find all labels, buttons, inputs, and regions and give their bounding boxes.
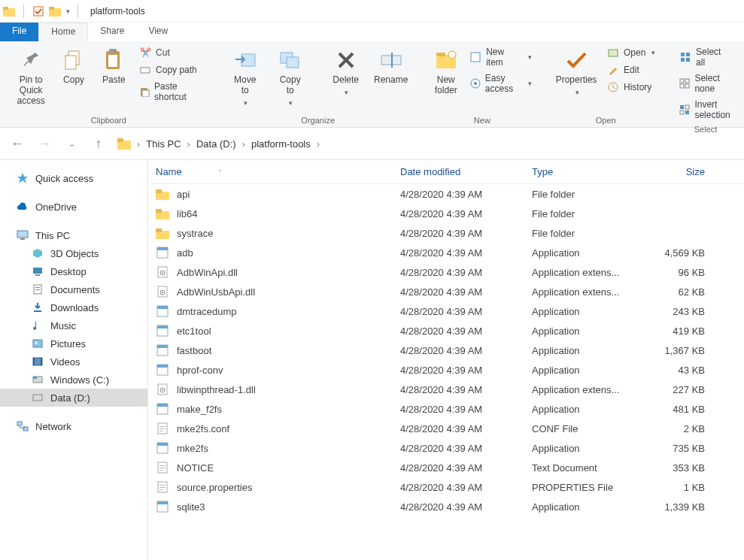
chevron-right-icon[interactable]: › (187, 138, 190, 150)
open-button[interactable]: Open▾ (604, 45, 658, 60)
table-row[interactable]: etc1tool4/28/2020 4:39 AMApplication419 … (148, 321, 744, 341)
chevron-right-icon[interactable]: › (317, 138, 320, 150)
svg-rect-24 (609, 50, 618, 56)
move-icon (233, 48, 257, 72)
svg-rect-42 (33, 268, 42, 274)
table-row[interactable]: source.properties4/28/2020 4:39 AMPROPER… (148, 477, 744, 497)
qat-properties-icon[interactable] (32, 5, 45, 18)
sidebar-quick-access[interactable]: Quick access (0, 169, 147, 187)
sidebar-item-3d-objects[interactable]: 3D Objects (0, 244, 147, 262)
table-row[interactable]: mke2fs.conf4/28/2020 4:39 AMCONF File2 K… (148, 419, 744, 438)
svg-rect-32 (680, 84, 684, 88)
forward-button[interactable]: → (36, 135, 53, 152)
copy-to-button[interactable]: Copy to▾ (270, 45, 311, 107)
tab-home[interactable]: Home (38, 23, 88, 41)
breadcrumb-segment[interactable]: This PC (146, 138, 181, 150)
table-row[interactable]: fastboot4/28/2020 4:39 AMApplication1,36… (148, 341, 744, 360)
file-type: PROPERTIES File (524, 477, 641, 497)
table-row[interactable]: api4/28/2020 4:39 AMFile folder (148, 184, 744, 204)
select-all-button[interactable]: Select all (676, 45, 734, 69)
breadcrumb[interactable]: › This PC › Data (D:) › platform-tools › (117, 138, 320, 150)
breadcrumb-segment[interactable]: Data (D:) (196, 138, 236, 150)
invert-icon (679, 104, 690, 116)
edit-button[interactable]: Edit (604, 62, 658, 77)
sidebar-item-drive-c[interactable]: Windows (C:) (0, 371, 147, 389)
back-button[interactable]: ← (9, 135, 26, 152)
table-row[interactable]: NOTICE4/28/2020 4:39 AMText Document353 … (148, 458, 744, 477)
tab-share[interactable]: Share (88, 23, 136, 41)
table-row[interactable]: AdbWinUsbApi.dll4/28/2020 4:39 AMApplica… (148, 282, 744, 301)
sidebar-item-documents[interactable]: Documents (0, 280, 147, 298)
file-date: 4/28/2020 4:39 AM (393, 458, 524, 477)
col-date[interactable]: Date modified (393, 160, 524, 184)
table-row[interactable]: make_f2fs4/28/2020 4:39 AMApplication481… (148, 399, 744, 419)
table-row[interactable]: AdbWinApi.dll4/28/2020 4:39 AMApplicatio… (148, 262, 744, 282)
easy-access-button[interactable]: Easy access▾ (467, 71, 535, 95)
file-list[interactable]: Name˄ Date modified Type Size api4/28/20… (148, 160, 744, 560)
sidebar-item-music[interactable]: Music (0, 316, 147, 334)
table-row[interactable]: hprof-conv4/28/2020 4:39 AMApplication43… (148, 360, 744, 380)
svg-rect-6 (65, 56, 76, 69)
copy-path-button[interactable]: Copy path (136, 62, 207, 77)
delete-button[interactable]: Delete▾ (326, 45, 366, 96)
sidebar-network[interactable]: Network (0, 417, 147, 435)
table-row[interactable]: dmtracedump4/28/2020 4:39 AMApplication2… (148, 301, 744, 321)
table-row[interactable]: systrace4/28/2020 4:39 AMFile folder (148, 223, 744, 243)
move-to-button[interactable]: Move to▾ (225, 45, 266, 107)
sidebar-item-pictures[interactable]: Pictures (0, 334, 147, 353)
ribbon-group-organize: Move to▾ Copy to▾ Delete▾ Rename Organiz… (220, 43, 416, 127)
col-size[interactable]: Size (641, 160, 712, 184)
table-row[interactable]: mke2fs4/28/2020 4:39 AMApplication735 KB (148, 438, 744, 458)
copy-button[interactable]: Copy (56, 45, 91, 86)
rename-button[interactable]: Rename (371, 45, 411, 86)
chevron-right-icon[interactable]: › (137, 138, 140, 150)
sidebar-item-videos[interactable]: Videos (0, 353, 147, 371)
breadcrumb-segment[interactable]: platform-tools (251, 138, 311, 150)
recent-dropdown-icon[interactable]: ⌄ (63, 135, 80, 152)
new-folder-button[interactable]: New folder (430, 45, 463, 96)
file-type-icon (156, 441, 169, 455)
sidebar-item-drive-d[interactable]: Data (D:) (0, 389, 147, 407)
table-row[interactable]: adb4/28/2020 4:39 AMApplication4,569 KB (148, 243, 744, 262)
new-item-icon (470, 51, 481, 63)
svg-rect-46 (35, 289, 40, 290)
svg-rect-86 (159, 426, 166, 427)
table-row[interactable]: sqlite34/28/2020 4:39 AMApplication1,339… (148, 497, 744, 516)
download-icon (32, 301, 44, 313)
file-size: 1 KB (641, 477, 712, 497)
col-name[interactable]: Name˄ (148, 160, 393, 184)
tab-file[interactable]: File (0, 23, 38, 41)
sidebar-item-downloads[interactable]: Downloads (0, 298, 147, 316)
pin-to-quick-access-button[interactable]: Pin to Quick access (11, 45, 51, 106)
group-label-open: Open (596, 113, 616, 127)
svg-rect-10 (141, 68, 150, 73)
file-type-icon (156, 402, 169, 416)
history-button[interactable]: History (604, 80, 658, 95)
table-row[interactable]: lib644/28/2020 4:39 AMFile folder (148, 204, 744, 223)
svg-rect-75 (157, 325, 168, 328)
properties-button[interactable]: Properties▾ (553, 45, 600, 96)
svg-rect-48 (33, 340, 42, 347)
sidebar: Quick access OneDrive This PC 3D Objects… (0, 160, 148, 560)
sidebar-this-pc[interactable]: This PC (0, 226, 147, 244)
file-name: sqlite3 (177, 501, 205, 513)
svg-point-23 (474, 82, 477, 85)
paste-shortcut-button[interactable]: Paste shortcut (136, 80, 207, 104)
table-row[interactable]: libwinpthread-1.dll4/28/2020 4:39 AMAppl… (148, 380, 744, 399)
qat-dropdown-icon[interactable]: ▾ (65, 8, 70, 15)
col-type[interactable]: Type (524, 160, 641, 184)
file-type: File folder (524, 204, 641, 223)
up-button[interactable]: ↑ (90, 135, 107, 152)
cut-button[interactable]: ✂️Cut (136, 45, 207, 60)
sidebar-onedrive[interactable]: OneDrive (0, 198, 147, 216)
new-item-button[interactable]: New item▾ (467, 45, 535, 69)
select-none-button[interactable]: Select none (676, 71, 734, 95)
paste-button[interactable]: Paste (96, 45, 132, 86)
chevron-right-icon[interactable]: › (242, 138, 245, 150)
sidebar-item-desktop[interactable]: Desktop (0, 262, 147, 280)
tab-view[interactable]: View (136, 23, 180, 41)
folder-small-icon[interactable] (48, 5, 62, 18)
svg-rect-92 (159, 465, 166, 466)
file-date: 4/28/2020 4:39 AM (393, 223, 524, 243)
invert-selection-button[interactable]: Invert selection (676, 98, 734, 122)
